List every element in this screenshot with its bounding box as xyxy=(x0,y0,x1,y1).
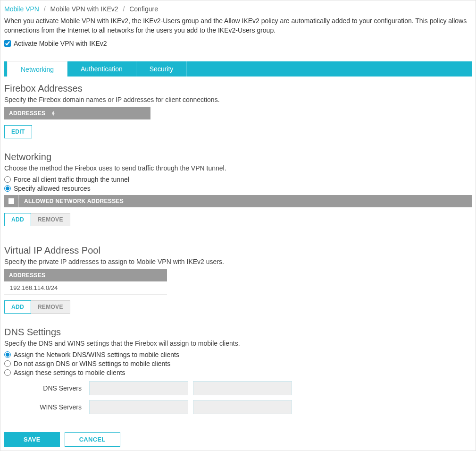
activate-label[interactable]: Activate Mobile VPN with IKEv2 xyxy=(14,40,107,47)
radio-dns-assign-network[interactable] xyxy=(4,351,11,358)
tab-networking[interactable]: Networking xyxy=(7,61,67,77)
breadcrumb-sep: / xyxy=(120,5,127,13)
firebox-desc: Specify the Firebox domain names or IP a… xyxy=(4,96,472,103)
wins-servers-label: WINS Servers xyxy=(4,403,84,411)
radio-specify-allowed-label[interactable]: Specify allowed resources xyxy=(14,185,91,192)
tab-security[interactable]: Security xyxy=(136,61,187,77)
networking-desc: Choose the method the Firebox uses to se… xyxy=(4,164,472,172)
vip-title: Virtual IP Address Pool xyxy=(4,245,472,256)
allowed-select-all[interactable] xyxy=(4,195,18,207)
radio-force-tunnel-label[interactable]: Force all client traffic through the tun… xyxy=(14,176,129,183)
dns-title: DNS Settings xyxy=(4,327,472,338)
radio-dns-assign-these-label[interactable]: Assign these settings to mobile clients xyxy=(14,369,125,376)
breadcrumb-leaf: Configure xyxy=(129,5,158,13)
breadcrumb: Mobile VPN / Mobile VPN with IKEv2 / Con… xyxy=(4,4,472,17)
tab-authentication[interactable]: Authentication xyxy=(67,61,136,77)
vip-row[interactable]: 192.168.114.0/24 xyxy=(4,281,167,295)
add-allowed-button[interactable]: ADD xyxy=(4,213,31,226)
firebox-table-header[interactable]: ADDRESSES ▲▼ xyxy=(4,107,150,119)
breadcrumb-mid: Mobile VPN with IKEv2 xyxy=(50,5,118,13)
firebox-title: Firebox Addresses xyxy=(4,83,472,94)
cancel-button[interactable]: CANCEL xyxy=(65,432,120,447)
breadcrumb-root[interactable]: Mobile VPN xyxy=(4,5,39,13)
vip-desc: Specify the private IP addresses to assi… xyxy=(4,258,472,265)
radio-force-tunnel[interactable] xyxy=(4,176,11,183)
wins-server-1-input xyxy=(89,400,188,414)
radio-dns-no-assign[interactable] xyxy=(4,360,11,367)
radio-dns-no-assign-label[interactable]: Do not assign DNS or WINS settings to mo… xyxy=(14,360,170,367)
radio-dns-assign-these[interactable] xyxy=(4,369,11,376)
breadcrumb-sep: / xyxy=(41,5,49,13)
networking-title: Networking xyxy=(4,152,472,162)
add-vip-button[interactable]: ADD xyxy=(4,300,31,314)
radio-specify-allowed[interactable] xyxy=(4,185,11,192)
dns-server-1-input xyxy=(89,381,188,395)
dns-servers-label: DNS Servers xyxy=(4,384,84,392)
sort-icon: ▲▼ xyxy=(51,111,55,116)
tabbar: Networking Authentication Security xyxy=(4,61,472,77)
firebox-col-addresses: ADDRESSES xyxy=(9,110,45,117)
remove-vip-button[interactable]: REMOVE xyxy=(31,300,70,314)
activate-checkbox[interactable] xyxy=(4,40,11,47)
dns-server-2-input xyxy=(193,381,292,395)
wins-server-2-input xyxy=(193,400,292,414)
remove-allowed-button[interactable]: REMOVE xyxy=(31,213,70,226)
edit-button[interactable]: EDIT xyxy=(4,125,32,138)
radio-dns-assign-network-label[interactable]: Assign the Network DNS/WINS settings to … xyxy=(14,351,179,358)
vip-col-header[interactable]: ADDRESSES xyxy=(4,269,167,281)
checkbox-icon xyxy=(8,198,14,204)
dns-desc: Specify the DNS and WINS settings that t… xyxy=(4,340,472,347)
intro-text: When you activate Mobile VPN with IKEv2,… xyxy=(4,17,472,35)
save-button[interactable]: SAVE xyxy=(4,432,60,447)
allowed-col-header: ALLOWED NETWORK ADDRESSES xyxy=(18,195,472,207)
